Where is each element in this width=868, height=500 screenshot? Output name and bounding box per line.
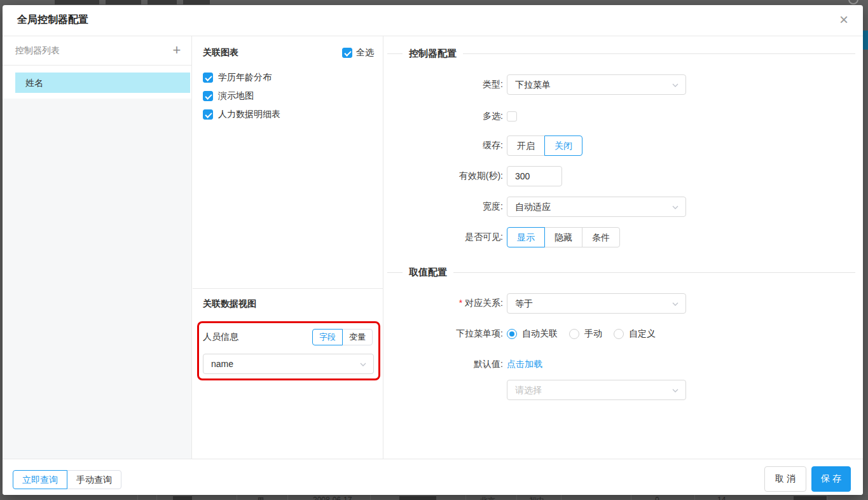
cache-on-button[interactable]: 开启: [507, 135, 545, 156]
chart-checkbox[interactable]: [203, 73, 213, 83]
type-select-value: 下拉菜单: [515, 80, 551, 90]
chevron-down-icon: [672, 204, 679, 211]
relation-select[interactable]: 等于: [507, 293, 686, 314]
backdrop-text-fragment: 0: [655, 496, 659, 500]
section-title: 取值配置: [403, 267, 453, 279]
backdrop-text-fragment: 北京: [480, 496, 495, 500]
radio-label: 手动: [584, 328, 602, 340]
controller-list-header: 控制器列表 +: [3, 36, 191, 66]
panel-divider: [193, 288, 383, 289]
dataset-name: 人员信息: [203, 331, 238, 343]
dialog-title: 全局控制器配置: [17, 13, 88, 27]
radio-auto-link[interactable]: 自动关联: [507, 328, 558, 340]
chevron-down-icon: [672, 387, 679, 394]
radio-icon[interactable]: [614, 329, 624, 339]
backdrop-text-fragment: [794, 496, 827, 500]
cancel-button[interactable]: 取 消: [764, 466, 806, 492]
chevron-down-icon: [359, 361, 367, 368]
radio-custom[interactable]: 自定义: [614, 328, 656, 340]
backdrop-text-fragment: [148, 0, 177, 4]
mode-field-button[interactable]: 字段: [312, 329, 343, 345]
select-all-label: 全选: [356, 47, 374, 59]
default-value-row: 默认值: 点击加载: [384, 359, 542, 370]
dialog-footer: 立即查询 手动查询 取 消 保 存: [3, 459, 863, 495]
visible-show-button[interactable]: 显示: [507, 227, 545, 247]
cache-button-group: 开启 关闭: [507, 135, 582, 156]
chevron-down-icon: [672, 300, 679, 308]
backdrop-text-fragment: 2008-06-17: [313, 496, 352, 500]
width-row: 宽度: 自动适应: [384, 197, 686, 217]
chart-checkbox[interactable]: [203, 109, 213, 120]
backdrop-table-row: 男 2008-06-17 北京 初中 0 14: [0, 495, 868, 500]
ttl-input[interactable]: 300: [507, 166, 562, 186]
section-value-config: 取值配置: [387, 267, 855, 277]
relation-row: *对应关系: 等于: [384, 293, 686, 314]
field-select-value: name: [211, 359, 233, 369]
linked-charts-list: 学历年龄分布 演示地图 人力数据明细表: [203, 73, 376, 128]
backdrop-text-fragment: [173, 496, 192, 500]
controller-list-item-selected[interactable]: 姓名: [15, 73, 190, 93]
menu-items-row: 下拉菜单项: 自动关联 手动 自定义: [384, 329, 667, 339]
chart-label: 人力数据明细表: [218, 109, 280, 120]
backdrop-text-fragment: 男: [257, 496, 265, 500]
type-row: 类型: 下拉菜单: [384, 74, 686, 95]
controller-list: 姓名: [3, 66, 191, 99]
multi-row: 多选:: [384, 111, 517, 122]
section-controller-config: 控制器配置: [387, 48, 855, 59]
close-icon[interactable]: ×: [834, 10, 854, 31]
cache-row: 缓存: 开启 关闭: [384, 135, 582, 156]
select-all-checkbox[interactable]: [342, 48, 352, 58]
visible-hide-button[interactable]: 隐藏: [544, 227, 582, 247]
load-default-link[interactable]: 点击加载: [507, 359, 542, 370]
default-select-placeholder: 请选择: [515, 385, 542, 395]
controller-list-title: 控制器列表: [15, 45, 60, 57]
radio-icon[interactable]: [569, 329, 579, 339]
type-label: 类型:: [384, 79, 503, 90]
menu-items-label: 下拉菜单项:: [384, 328, 503, 340]
cache-off-button[interactable]: 关闭: [544, 135, 582, 156]
add-controller-icon[interactable]: +: [167, 41, 186, 60]
save-button[interactable]: 保 存: [811, 466, 851, 492]
linked-dataview-title: 关联数据视图: [203, 298, 256, 310]
screen: 男 2008-06-17 北京 初中 0 14 全局控制器配置 × 控制器列表 …: [0, 0, 868, 500]
linked-chart-item[interactable]: 人力数据明细表: [203, 109, 376, 120]
backdrop-text-fragment: [399, 496, 436, 500]
linked-chart-item[interactable]: 学历年龄分布: [203, 73, 376, 83]
visible-cond-button[interactable]: 条件: [582, 227, 620, 247]
radio-manual[interactable]: 手动: [569, 328, 602, 340]
default-select-row: 请选择: [384, 380, 686, 400]
radio-icon[interactable]: [507, 329, 517, 339]
query-mode-group: 立即查询 手动查询: [13, 470, 121, 489]
multi-checkbox[interactable]: [507, 111, 517, 122]
field-select[interactable]: name: [203, 354, 374, 374]
chart-label: 学历年龄分布: [218, 72, 272, 83]
linked-charts-title: 关联图表: [203, 47, 238, 59]
linked-charts-panel: 关联图表 全选 学历年龄分布 演示地图 人: [193, 36, 383, 459]
section-title: 控制器配置: [403, 48, 463, 60]
radio-label: 自定义: [629, 328, 656, 340]
width-label: 宽度:: [384, 201, 503, 212]
ttl-row: 有效期(秒): 300: [384, 166, 562, 186]
backdrop-circle-fragment: [848, 0, 858, 4]
required-mark: *: [459, 298, 462, 308]
relation-select-value: 等于: [515, 298, 533, 309]
type-select[interactable]: 下拉菜单: [507, 74, 686, 95]
chevron-down-icon: [672, 81, 679, 89]
cache-label: 缓存:: [384, 140, 503, 151]
backdrop-text-fragment: [106, 0, 141, 4]
visible-label: 是否可见:: [384, 232, 503, 243]
query-now-button[interactable]: 立即查询: [13, 470, 67, 489]
default-value-label: 默认值:: [384, 359, 503, 370]
mode-variable-button[interactable]: 变量: [342, 329, 373, 345]
linked-chart-item[interactable]: 演示地图: [203, 91, 376, 101]
default-value-select[interactable]: 请选择: [507, 380, 686, 400]
chart-checkbox[interactable]: [203, 91, 213, 101]
width-select[interactable]: 自动适应: [507, 197, 686, 217]
backdrop-text-fragment: [183, 0, 210, 4]
controller-config-panel: 控制器配置 类型: 下拉菜单 多选:: [384, 36, 863, 459]
query-manual-button[interactable]: 手动查询: [67, 470, 121, 489]
dialog-body: 控制器列表 + 姓名 关联图表 全选 学历年龄分布: [3, 36, 863, 459]
backdrop-text-fragment: 14: [717, 496, 726, 500]
select-all-control[interactable]: 全选: [342, 47, 374, 59]
backdrop-text-fragment: 初中: [529, 496, 544, 500]
